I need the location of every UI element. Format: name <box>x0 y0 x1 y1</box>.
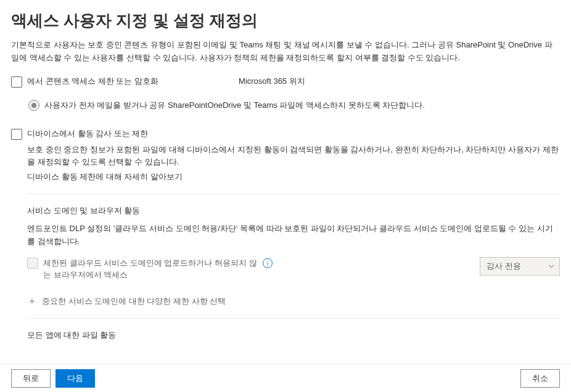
all-apps-title: 모든 앱에 대한 파일 활동 <box>27 330 560 341</box>
dropdown-value: 감사 전용 <box>487 261 521 272</box>
service-domains-title: 서비스 도메인 및 브라우저 활동 <box>27 205 560 216</box>
info-icon[interactable]: i <box>263 258 273 268</box>
device-audit-learn-more[interactable]: 디바이스 활동 제한에 대해 자세히 알아보기 <box>27 171 560 182</box>
page-description: 기본적으로 사용자는 보호 중인 콘텐츠 유형이 포함된 이메일 및 Teams… <box>11 39 560 65</box>
restrict-access-checkbox[interactable] <box>11 76 22 88</box>
device-audit-description: 보호 중인 중요한 정보가 포함된 파일에 대해 디바이스에서 지정된 활동이 … <box>27 144 560 169</box>
restrict-access-label: 에서 콘텐츠 액세스 제한 또는 암호화 <box>27 76 158 87</box>
plus-icon: + <box>27 296 37 306</box>
chevron-down-icon <box>548 263 554 269</box>
upload-restricted-checkbox[interactable] <box>27 258 38 269</box>
block-users-radio[interactable] <box>28 100 39 111</box>
page-title: 액세스 사용자 지정 및 설정 재정의 <box>11 10 560 31</box>
footer: 뒤로 다음 취소 <box>0 364 571 392</box>
divider <box>27 318 560 319</box>
next-button[interactable]: 다음 <box>55 369 95 388</box>
device-audit-label: 디바이스에서 활동 감사 또는 제한 <box>27 128 148 139</box>
back-button[interactable]: 뒤로 <box>11 369 51 388</box>
divider <box>27 194 560 194</box>
add-restriction-label: 중요한 서비스 도메인에 대한 다양한 제한 사항 선택 <box>42 296 226 307</box>
audit-mode-dropdown[interactable]: 감사 전용 <box>480 257 560 276</box>
block-users-label: 사용자가 전자 메일을 받거나 공유 SharePointOneDrive 및 … <box>44 100 425 111</box>
cancel-button[interactable]: 취소 <box>520 369 560 388</box>
device-audit-checkbox[interactable] <box>11 129 22 140</box>
service-domains-description: 엔드포인트 DLP 설정의 '클라우드 서비스 도메인 허용/차단' 목록에 따… <box>27 223 560 248</box>
upload-restricted-label: 제한된 클라우드 서비스 도메인에 업로드하거나 허용되지 않는 브라우저에서 … <box>43 257 259 281</box>
location-text: Microsoft 365 위치 <box>239 76 305 87</box>
add-restriction-button[interactable]: + 중요한 서비스 도메인에 대한 다양한 제한 사항 선택 <box>27 296 560 307</box>
